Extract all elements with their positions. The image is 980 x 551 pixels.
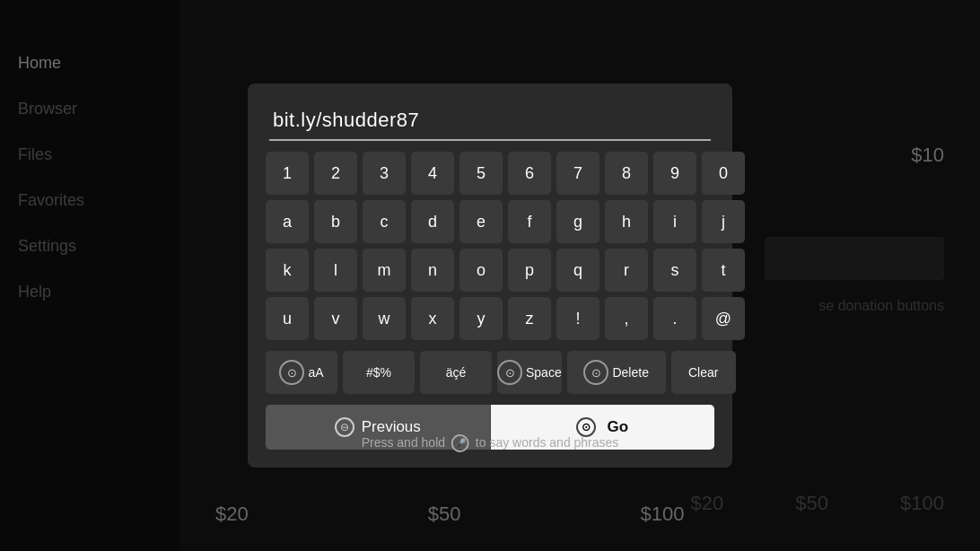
key-row-numbers: 1 2 3 4 5 6 7 8 9 0 [266, 152, 714, 195]
previous-label: Previous [362, 418, 421, 436]
key-row-a-j: a b c d e f g h i j [266, 200, 714, 243]
key-at[interactable]: @ [702, 297, 745, 340]
key-d[interactable]: d [411, 200, 454, 243]
key-period[interactable]: . [653, 297, 696, 340]
key-q[interactable]: q [556, 249, 599, 292]
mode-icon: ⊙ [279, 360, 304, 385]
delete-icon: ⊙ [583, 360, 608, 385]
key-8[interactable]: 8 [605, 152, 648, 195]
key-row-k-t: k l m n o p q r s t [266, 249, 714, 292]
key-1[interactable]: 1 [266, 152, 309, 195]
hint-text: Press and hold 🎤 to say words and phrase… [362, 434, 619, 452]
go-label: Go [607, 418, 628, 436]
key-6[interactable]: 6 [508, 152, 551, 195]
donation-amounts: $20 $50 $100 [215, 503, 684, 526]
key-0[interactable]: 0 [702, 152, 745, 195]
key-w[interactable]: w [363, 297, 406, 340]
key-grid: 1 2 3 4 5 6 7 8 9 0 a b c d e f g h [266, 152, 714, 340]
key-r[interactable]: r [605, 249, 648, 292]
key-e[interactable]: e [459, 200, 503, 243]
delete-label: Delete [612, 365, 648, 380]
key-c[interactable]: c [363, 200, 406, 243]
key-4[interactable]: 4 [411, 152, 454, 195]
amount-50-bg: $50 [428, 503, 461, 526]
space-icon: ⊙ [497, 360, 522, 385]
key-n[interactable]: n [411, 249, 454, 292]
key-comma[interactable]: , [605, 297, 648, 340]
key-7[interactable]: 7 [556, 152, 599, 195]
amount-100-bg: $100 [640, 503, 684, 526]
key-j[interactable]: j [702, 200, 745, 243]
key-x[interactable]: x [411, 297, 454, 340]
space-button[interactable]: ⊙ Space [497, 351, 562, 394]
clear-label: Clear [688, 365, 718, 380]
key-2[interactable]: 2 [314, 152, 357, 195]
url-input-row [266, 105, 714, 141]
key-l[interactable]: l [314, 249, 357, 292]
amount-10-bg: $10 [911, 144, 944, 167]
func-row: ⊙ aA #$% äçé ⊙ Space ⊙ Delete Clear [266, 351, 714, 394]
key-p[interactable]: p [508, 249, 551, 292]
symbols-button[interactable]: #$% [343, 351, 415, 394]
key-h[interactable]: h [605, 200, 648, 243]
mic-icon: 🎤 [451, 434, 469, 452]
mode-toggle-button[interactable]: ⊙ aA [266, 351, 337, 394]
key-b[interactable]: b [314, 200, 357, 243]
key-f[interactable]: f [508, 200, 551, 243]
key-s[interactable]: s [653, 249, 696, 292]
accent-button[interactable]: äçé [420, 351, 492, 394]
keyboard-overlay: 1 2 3 4 5 6 7 8 9 0 a b c d e f g h [0, 0, 980, 551]
key-exclaim[interactable]: ! [556, 297, 599, 340]
url-input[interactable] [269, 105, 711, 141]
key-row-u-at: u v w x y z ! , . @ [266, 297, 714, 340]
mode-label: aA [308, 365, 323, 380]
key-k[interactable]: k [266, 249, 309, 292]
key-v[interactable]: v [314, 297, 357, 340]
keyboard-dialog: 1 2 3 4 5 6 7 8 9 0 a b c d e f g h [248, 83, 732, 468]
key-5[interactable]: 5 [459, 152, 503, 195]
key-z[interactable]: z [508, 297, 551, 340]
key-t[interactable]: t [702, 249, 745, 292]
key-9[interactable]: 9 [653, 152, 696, 195]
key-y[interactable]: y [459, 297, 503, 340]
clear-button[interactable]: Clear [671, 351, 736, 394]
key-i[interactable]: i [653, 200, 696, 243]
key-3[interactable]: 3 [363, 152, 406, 195]
key-o[interactable]: o [459, 249, 503, 292]
key-g[interactable]: g [556, 200, 599, 243]
previous-icon: ⊖ [335, 417, 354, 437]
delete-button[interactable]: ⊙ Delete [567, 351, 666, 394]
symbols-label: #$% [366, 365, 391, 380]
space-label: Space [526, 365, 562, 380]
key-a[interactable]: a [266, 200, 309, 243]
key-u[interactable]: u [266, 297, 309, 340]
accent-label: äçé [446, 365, 467, 380]
key-m[interactable]: m [363, 249, 406, 292]
amount-20: $20 [215, 503, 249, 526]
